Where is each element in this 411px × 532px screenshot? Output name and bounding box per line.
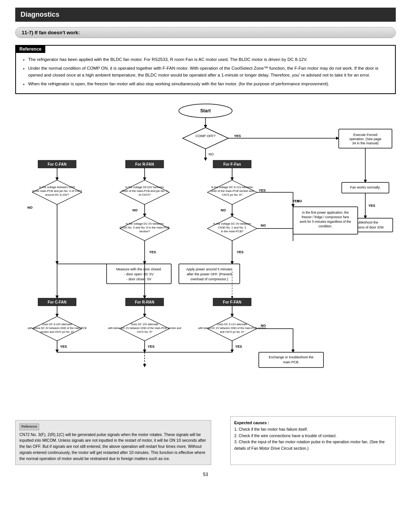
svg-text:YES: YES: [148, 345, 155, 348]
svg-text:For C-FAN: For C-FAN: [48, 300, 66, 304]
svg-text:YES: YES: [237, 250, 244, 254]
svg-text:work for 5 minutes regardless : work for 5 minutes regardless of the: [299, 220, 351, 224]
svg-text:NO: NO: [209, 152, 214, 156]
page-header: Diagnostics: [15, 8, 396, 22]
svg-text:For R-RAN: For R-RAN: [135, 300, 154, 304]
bottom-row: Reference CN72 No. 3(F), 2(R),1(C) will …: [15, 416, 396, 465]
svg-text:Exchange or troubleshoot the: Exchange or troubleshoot the: [269, 355, 314, 359]
svg-text:operation. (See page: operation. (See page: [349, 137, 381, 141]
svg-text:Does DC 10V alternate: Does DC 10V alternate: [131, 323, 158, 326]
svg-text:COMP OFF?: COMP OFF?: [196, 134, 215, 138]
svg-text:For C-FAN: For C-FAN: [48, 162, 66, 166]
svg-text:with below DC 2V between GND o: with below DC 2V between GND of the main…: [198, 327, 266, 329]
svg-text:CN72 No. 5?: CN72 No. 5?: [137, 331, 153, 333]
svg-text:CN30 No. 1 and No. 2: CN30 No. 1 and No. 2: [218, 226, 246, 229]
bottom-ref-label: Reference: [19, 423, 39, 430]
expected-causes-title: Expected causes :: [234, 420, 392, 426]
expected-causes-box: Expected causes : 1. Check if the fan mo…: [230, 416, 396, 465]
svg-text:condition.: condition.: [319, 224, 332, 228]
svg-text:Is the voltage DC10V between: Is the voltage DC10V between: [125, 185, 164, 189]
svg-text:Does DC 8-10V alternate: Does DC 8-10V alternate: [42, 323, 72, 326]
svg-text:YES: YES: [60, 345, 67, 348]
svg-text:GND of the main-PCB section an: GND of the main-PCB section and: [210, 189, 254, 193]
svg-text:- door close : 0V: - door close : 0V: [126, 277, 151, 281]
bottom-reference-box: Reference CN72 No. 3(F), 2(R),1(C) will …: [15, 420, 211, 465]
svg-text:Does DC 9-11V alternate: Does DC 9-11V alternate: [217, 323, 247, 326]
svg-text:Is the voltage between GND: Is the voltage between GND: [39, 185, 75, 189]
svg-text:For F-Fan: For F-Fan: [223, 162, 241, 166]
svg-text:with below DC 2V between GND o: with below DC 2V between GND of the main…: [108, 327, 181, 329]
expected-causes-item-1: 1. Check if the fan motor has failure it…: [234, 426, 392, 433]
svg-text:34 in the manual): 34 in the manual): [352, 141, 379, 145]
svg-text:and CN72 pn No. 6?: and CN72 pn No. 6?: [220, 331, 244, 334]
svg-text:main PCB.: main PCB.: [283, 360, 299, 364]
svg-marker-3: [183, 128, 228, 149]
svg-text:Is the voltage DC 0V between: Is the voltage DC 0V between: [126, 222, 163, 225]
svg-text:For R-FAN: For R-FAN: [135, 162, 154, 166]
reference-label: Reference: [16, 45, 45, 53]
reference-item-1: The refrigerator has been applied with t…: [28, 56, 390, 63]
expected-causes-item-2: 2. Check if the wire connections have a …: [234, 433, 392, 439]
svg-text:of the main-PCB and pin No. 4 : of the main-PCB and pin No. 4 of CN72: [32, 189, 82, 193]
reference-item-2: Under the normal condition of COMP ON, i…: [28, 65, 390, 78]
svg-text:Is the voltage DC 9-11V betwee: Is the voltage DC 9-11V between: [211, 185, 253, 189]
bottom-ref-text: CN72 No. 3(F), 2(R),1(C) will be generat…: [19, 432, 207, 462]
reference-list: The refrigerator has been applied with t…: [21, 56, 390, 87]
svg-text:YES: YES: [368, 204, 375, 208]
svg-text:freezer / fridge / compressor : freezer / fridge / compressor fans: [302, 215, 349, 219]
svg-text:Measure with the door closed.: Measure with the door closed.: [116, 267, 162, 271]
svg-text:Apply power around 5 minutes: Apply power around 5 minutes: [186, 267, 233, 271]
page-number: 53: [15, 472, 396, 477]
svg-text:Fan works normally.: Fan works normally.: [350, 185, 381, 189]
page-title: Diagnostics: [21, 11, 59, 18]
svg-rect-119: [259, 352, 323, 367]
svg-text:Execute Forced: Execute Forced: [353, 133, 377, 137]
svg-text:section and CN72 pn No. 4?: section and CN72 pn No. 4?: [40, 331, 74, 334]
svg-text:NO: NO: [221, 208, 226, 212]
svg-text:CN30 No. 5 and No. 6 in the ma: CN30 No. 5 and No. 6 in the main-PCB: [120, 226, 169, 229]
svg-text:NO: NO: [132, 208, 138, 212]
svg-text:YES: YES: [235, 345, 242, 348]
reference-box: Reference The refrigerator has been appl…: [15, 45, 396, 94]
svg-text:YES: YES: [234, 134, 241, 138]
svg-text:of CN72?: of CN72?: [139, 193, 151, 197]
svg-text:after the power OFF. (Prevent: after the power OFF. (Prevent: [187, 272, 232, 276]
svg-text:- door open: DC 5V: - door open: DC 5V: [124, 272, 154, 276]
svg-text:with below DC 2V between GND o: with below DC 2V between GND of the main…: [27, 327, 87, 329]
svg-text:CN72 pn No. 6?: CN72 pn No. 6?: [222, 193, 242, 197]
svg-text:YES: YES: [259, 189, 266, 192]
svg-text:overload of compressor.): overload of compressor.): [190, 277, 228, 281]
svg-text:NO: NO: [261, 324, 266, 328]
svg-text:For F-FAN: For F-FAN: [223, 300, 241, 304]
expected-causes-item-3: 3. Check the input of the fan motor rota…: [234, 439, 392, 452]
svg-text:In the first power application: In the first power application, the: [302, 211, 349, 214]
svg-text:NO: NO: [297, 199, 302, 203]
page-container: Diagnostics 11-7) If fan doesn't work: R…: [0, 0, 411, 485]
reference-item-3: When the refrigerator is open, the freez…: [28, 81, 390, 87]
svg-text:YES: YES: [149, 250, 156, 254]
svg-text:NO: NO: [261, 224, 266, 227]
svg-text:in the main-PCB?: in the main-PCB?: [221, 230, 244, 233]
svg-text:Is the voltage DC 0V between: Is the voltage DC 0V between: [213, 222, 251, 225]
svg-text:Start: Start: [200, 108, 210, 113]
svg-text:section?: section?: [139, 230, 150, 233]
flowchart: Start COMP OFF? YES NO Execute Forced op…: [15, 100, 396, 413]
section-title: 11-7) If fan doesn't work:: [15, 27, 396, 38]
svg-text:around DC 8-10V?: around DC 8-10V?: [45, 193, 69, 197]
svg-text:NO: NO: [27, 206, 33, 209]
svg-text:GND of the main-PCB and pin No: GND of the main-PCB and pin No. 4: [122, 189, 167, 193]
